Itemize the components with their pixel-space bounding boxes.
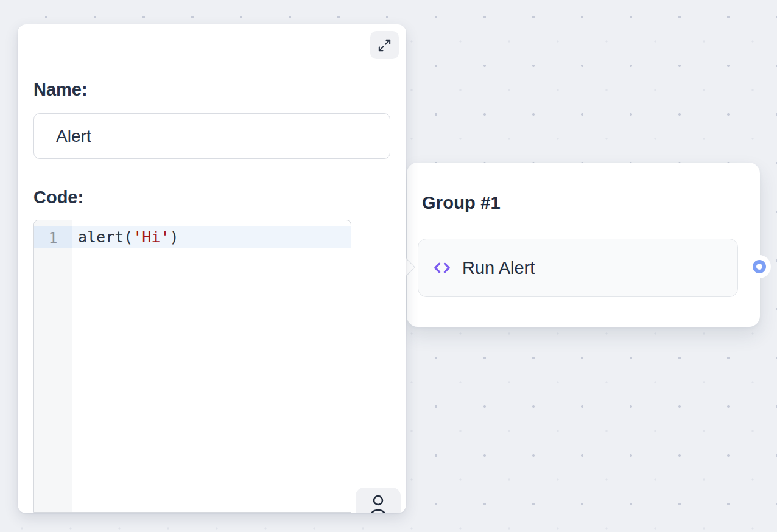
flow-canvas[interactable]: { "colors": { "background": "#eef0f4", "… (0, 0, 777, 532)
connection-handle[interactable] (753, 260, 766, 273)
code-token-fn: alert( (78, 228, 133, 246)
editor-gutter (34, 220, 72, 512)
group-title: Group #1 (422, 193, 501, 213)
code-token-close: ) (170, 228, 179, 246)
line-number: 1 (48, 229, 57, 247)
code-token-string: 'Hi' (133, 228, 169, 246)
node-label: Run Alert (462, 258, 535, 278)
name-label: Name: (33, 80, 88, 100)
expand-button[interactable] (370, 31, 399, 59)
code-line: alert('Hi') (78, 226, 179, 248)
expand-icon (378, 38, 392, 52)
code-label: Code: (33, 187, 83, 208)
name-input[interactable] (33, 113, 390, 159)
code-icon (433, 259, 451, 277)
active-line-gutter: 1 (34, 226, 72, 248)
group-card[interactable]: Group #1 Run Alert (407, 163, 760, 327)
node-editor-panel: Name: Code: 1 alert('Hi') (18, 24, 406, 513)
code-editor[interactable]: 1 alert('Hi') (33, 220, 351, 513)
user-icon (365, 492, 392, 513)
user-button[interactable] (356, 488, 401, 513)
run-alert-node[interactable]: Run Alert (418, 239, 738, 297)
